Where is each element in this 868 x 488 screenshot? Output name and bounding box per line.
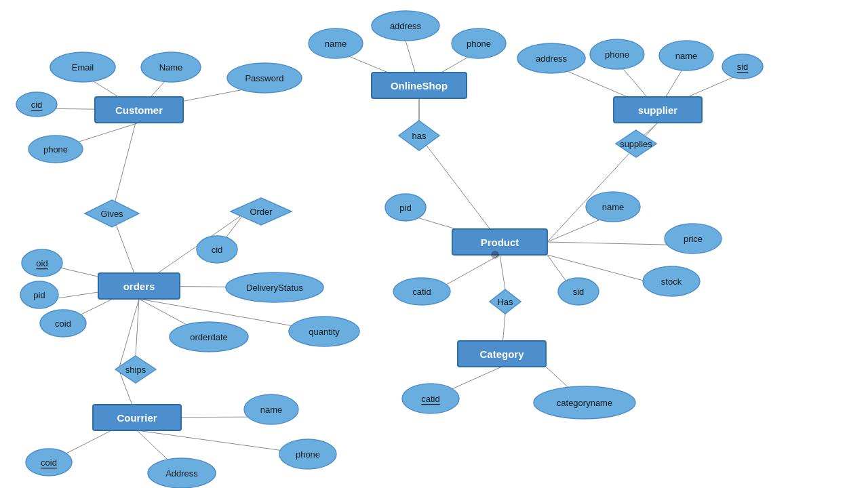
attr-cat-catid-label: catid: [421, 394, 439, 404]
attr-ord-delivstatus-label: DeliveryStatus: [246, 283, 303, 293]
relationship-ships-label: ships: [125, 365, 146, 375]
attr-ord-orderdate-label: orderdate: [190, 332, 228, 342]
cursor: [491, 251, 499, 259]
attr-password-label: Password: [245, 73, 283, 83]
svg-line-22: [500, 255, 505, 289]
attr-prod-sid-label: sid: [573, 287, 585, 297]
relationship-supplies-label: supplies: [620, 139, 652, 149]
attr-cat-catname-label: categoryname: [557, 398, 612, 408]
attr-cour-phone-label: phone: [296, 449, 320, 460]
entity-product-label: Product: [481, 237, 519, 248]
attr-phone-label: phone: [43, 144, 68, 155]
attr-ord-oid-label: oid: [36, 258, 47, 268]
attr-shop-address-label: address: [390, 21, 422, 31]
attr-sup-phone-label: phone: [605, 49, 629, 60]
relationship-order-label: Order: [250, 207, 273, 217]
attr-email-label: Email: [72, 62, 94, 73]
attr-prod-catid-label: catid: [412, 287, 431, 297]
attr-shop-phone-label: phone: [467, 39, 491, 49]
attr-ord-pid-label: pid: [33, 290, 45, 300]
attr-cid-label: cid: [31, 100, 43, 110]
attr-sup-address-label: address: [536, 54, 568, 64]
entity-customer-label: Customer: [115, 104, 163, 116]
attr-cour-coid-label: coid: [41, 458, 57, 468]
attr-sup-sid-label: sid: [737, 62, 749, 72]
attr-shop-name-label: name: [325, 39, 347, 49]
er-diagram: Email Name Password cid phone address na…: [0, 0, 868, 488]
attr-cour-address-label: Address: [165, 468, 198, 479]
attr-prod-price-label: price: [684, 234, 703, 244]
attr-cour-name-label: name: [260, 405, 283, 415]
attr-prod-name-label: name: [602, 202, 625, 212]
attr-prod-pid-label: pid: [399, 203, 411, 213]
entity-supplier-label: supplier: [638, 104, 678, 116]
attr-ord-quantity-label: quantity: [309, 327, 340, 337]
relationship-has-label: has: [412, 131, 427, 141]
attr-name-label: Name: [159, 62, 183, 73]
attr-prod-stock-label: stock: [661, 277, 682, 287]
attr-ord-cid-label: cid: [212, 245, 223, 255]
entity-category-label: Category: [479, 348, 524, 360]
attr-sup-name-label: name: [675, 51, 698, 61]
entity-orders-label: orders: [123, 281, 155, 292]
svg-line-15: [419, 136, 500, 242]
attr-ord-coid-label: coid: [55, 319, 71, 329]
svg-line-27: [112, 110, 139, 214]
svg-line-37: [136, 299, 139, 356]
entity-courrier-label: Courrier: [117, 412, 157, 424]
entity-onlineshop-label: OnlineShop: [391, 80, 448, 92]
relationship-gives-label: Gives: [100, 209, 123, 219]
relationship-product-has-label: Has: [497, 297, 513, 307]
